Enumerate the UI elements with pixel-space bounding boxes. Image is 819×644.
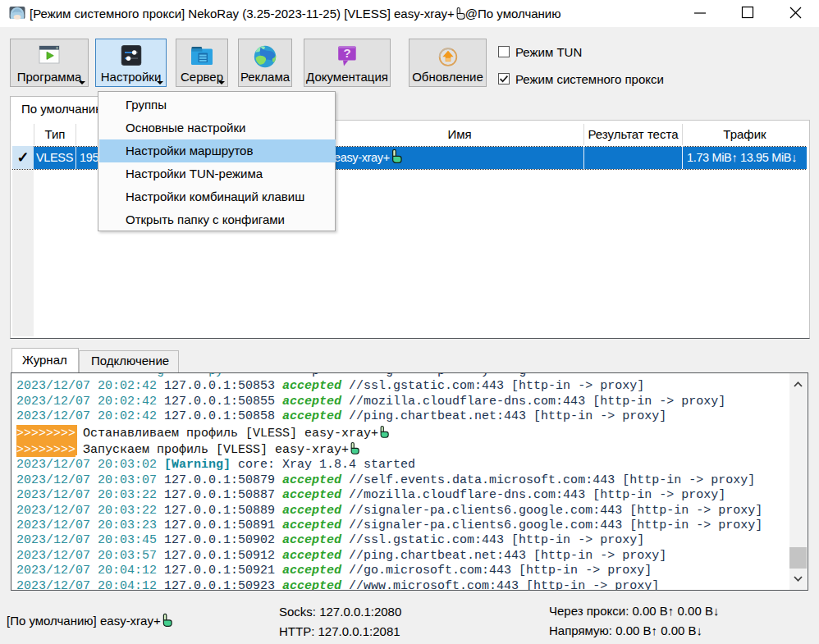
svg-text:?: ?: [343, 46, 350, 60]
